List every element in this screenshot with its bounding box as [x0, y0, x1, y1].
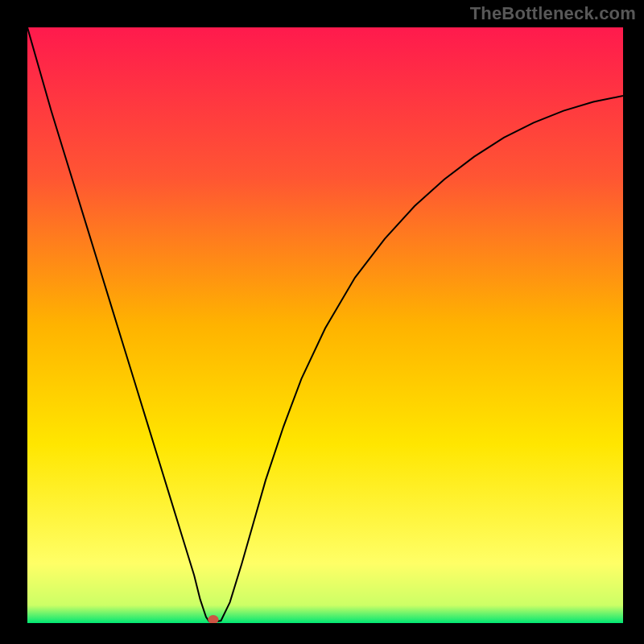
chart-svg [27, 27, 623, 623]
chart-frame: TheBottleneck.com [0, 0, 644, 644]
attribution-text: TheBottleneck.com [470, 3, 636, 24]
plot-area [27, 27, 623, 623]
